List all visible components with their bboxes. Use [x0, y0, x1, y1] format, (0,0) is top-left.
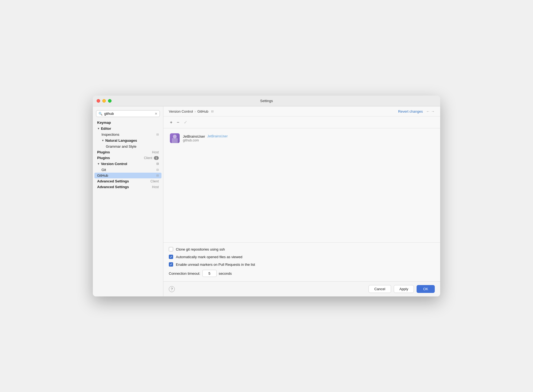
avatar-head	[173, 135, 177, 138]
apply-button[interactable]: Apply	[394, 285, 414, 293]
timeout-input[interactable]	[202, 270, 217, 277]
sidebar-item-keymap[interactable]: Keymap	[93, 120, 163, 125]
search-box: 🔍 ✕	[96, 110, 160, 117]
sidebar-item-sublabel: Client	[150, 179, 159, 183]
folder-icon: ⊟	[156, 133, 159, 136]
ok-button[interactable]: OK	[417, 285, 435, 293]
account-domain: github.com	[183, 138, 228, 142]
clone-ssh-checkbox[interactable]	[169, 247, 173, 251]
add-account-button[interactable]: +	[169, 119, 173, 125]
auto-mark-row: Automatically mark opened files as viewe…	[169, 255, 435, 259]
close-button[interactable]	[97, 99, 100, 103]
sidebar-item-advanced-settings-host[interactable]: Advanced Settings Host	[93, 184, 163, 190]
sidebar-item-inspections[interactable]: Inspections ⊟	[93, 132, 163, 137]
auto-mark-label: Automatically mark opened files as viewe…	[176, 255, 242, 259]
sidebar-item-label: Version Control	[101, 162, 127, 166]
sidebar-item-label: Grammar and Style	[106, 144, 159, 148]
sidebar-item-grammar-style[interactable]: Grammar and Style	[93, 144, 163, 149]
nav-arrows: ← →	[426, 109, 435, 113]
timeout-label: Connection timeout:	[169, 271, 200, 276]
search-icon: 🔍	[99, 112, 103, 116]
sidebar-item-advanced-settings-client[interactable]: Advanced Settings Client	[93, 178, 163, 184]
sidebar-item-label: Advanced Settings	[97, 185, 150, 189]
sidebar-item-editor[interactable]: ▼ Editor	[93, 125, 163, 132]
account-list: JetBrainsUser JetBrainsUser github.com	[163, 128, 440, 242]
timeout-row: Connection timeout: seconds	[169, 270, 435, 277]
remove-account-button[interactable]: −	[176, 119, 180, 125]
titlebar: Settings	[93, 96, 440, 106]
sidebar-item-label: Editor	[101, 127, 111, 131]
sidebar-item-label: Git	[101, 168, 156, 172]
back-button[interactable]: ←	[426, 109, 430, 113]
folder-icon: ⊟	[156, 174, 159, 177]
breadcrumb-current: GitHub	[197, 109, 208, 113]
forward-button[interactable]: →	[431, 109, 435, 113]
bottom-bar: ? Cancel Apply OK	[163, 281, 440, 296]
settings-options: Clone git repositories using ssh Automat…	[163, 242, 440, 281]
auto-mark-checkbox[interactable]	[169, 255, 173, 259]
search-input[interactable]	[104, 112, 153, 116]
account-row[interactable]: JetBrainsUser JetBrainsUser github.com	[169, 132, 435, 145]
sidebar-item-label: Plugins	[97, 156, 142, 160]
avatar-body	[172, 138, 178, 143]
unread-markers-label: Enable unread markers on Pull Requests i…	[176, 263, 255, 267]
revert-changes-button[interactable]: Revert changes	[398, 109, 423, 113]
sidebar-item-label: Advanced Settings	[97, 179, 149, 183]
folder-icon: ⊟	[156, 168, 159, 172]
clone-ssh-label: Clone git repositories using ssh	[176, 247, 225, 251]
folder-icon: ⊟	[156, 162, 159, 166]
seconds-label: seconds	[219, 271, 232, 276]
sidebar-item-label: Natural Languages	[105, 138, 137, 143]
main-header: Version Control › GitHub ⊟ Revert change…	[163, 106, 440, 116]
sidebar-item-git[interactable]: Git ⊟	[93, 167, 163, 173]
sidebar-item-github[interactable]: GitHub ⊟	[94, 173, 161, 178]
account-username: JetBrainsUser	[207, 134, 228, 138]
help-button[interactable]: ?	[169, 286, 175, 292]
sidebar-item-natural-languages[interactable]: ▼ Natural Languages	[93, 137, 163, 144]
account-name: JetBrainsUser	[183, 134, 205, 138]
unread-markers-checkbox[interactable]	[169, 262, 173, 267]
avatar	[170, 133, 180, 143]
check-button[interactable]: ✓	[183, 119, 188, 125]
sidebar-item-label: Inspections	[101, 132, 156, 137]
sidebar-item-plugins-host[interactable]: Plugins Host	[93, 149, 163, 155]
sidebar-item-version-control[interactable]: ▼ Version Control ⊟	[93, 161, 163, 167]
main-panel: Version Control › GitHub ⊟ Revert change…	[163, 106, 440, 296]
breadcrumb-parent: Version Control	[169, 109, 193, 113]
breadcrumb-separator: ›	[195, 109, 196, 113]
cancel-button[interactable]: Cancel	[369, 285, 391, 293]
sidebar-item-label: Keymap	[97, 121, 159, 125]
sidebar-item-label: GitHub	[97, 173, 156, 178]
folder-icon: ⊟	[211, 110, 214, 113]
window-title: Settings	[260, 99, 273, 103]
sidebar-item-sublabel: Host	[152, 185, 159, 189]
sidebar-item-sublabel: Client	[144, 156, 152, 160]
chevron-down-icon: ▼	[101, 139, 104, 142]
sidebar-item-sublabel: Host	[152, 150, 159, 154]
main-content: + − ✓ JetBrainsUser JetBr	[163, 116, 440, 281]
minimize-button[interactable]	[102, 99, 106, 103]
breadcrumb: Version Control › GitHub ⊟	[169, 109, 214, 113]
clone-ssh-row: Clone git repositories using ssh	[169, 247, 435, 251]
account-info: JetBrainsUser JetBrainsUser github.com	[183, 134, 228, 142]
sidebar: 🔍 ✕ Keymap ▼ Editor Inspections ⊟ ▼ Na	[93, 106, 163, 296]
chevron-down-icon: ▼	[97, 127, 100, 130]
maximize-button[interactable]	[108, 99, 112, 103]
sidebar-item-plugins-client[interactable]: Plugins Client 1	[93, 155, 163, 161]
bottom-actions: Cancel Apply OK	[369, 285, 435, 293]
accounts-toolbar: + − ✓	[163, 116, 440, 128]
chevron-down-icon: ▼	[97, 162, 100, 165]
unread-markers-row: Enable unread markers on Pull Requests i…	[169, 262, 435, 267]
content-area: 🔍 ✕ Keymap ▼ Editor Inspections ⊟ ▼ Na	[93, 106, 440, 296]
sidebar-item-label: Plugins	[97, 150, 150, 154]
titlebar-controls	[97, 99, 112, 103]
clear-search-icon[interactable]: ✕	[155, 112, 157, 116]
settings-window: Settings 🔍 ✕ Keymap ▼ Editor Inspections	[93, 96, 440, 296]
badge: 1	[154, 156, 159, 160]
